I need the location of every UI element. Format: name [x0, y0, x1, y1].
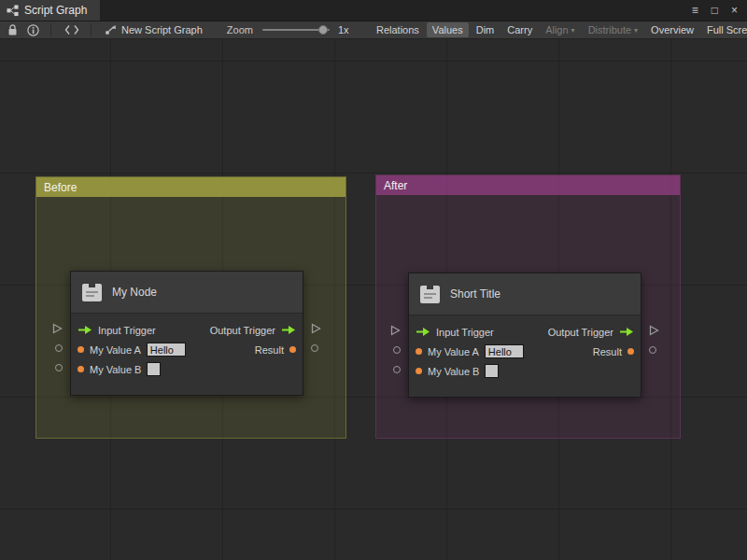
- script-graph-tab-icon: [7, 5, 19, 17]
- group-before-label: Before: [44, 181, 77, 194]
- value-b-label: My Value B: [90, 364, 141, 375]
- chevron-down-icon: ▾: [634, 26, 638, 35]
- script-graph-window: Script Graph ≡ □ × New Script Graph: [0, 0, 747, 560]
- output-trigger-label: Output Trigger: [210, 325, 275, 336]
- result-port-icon[interactable]: [289, 346, 296, 353]
- value-a-label: My Value A: [428, 346, 479, 357]
- window-menu-icon[interactable]: ≡: [692, 4, 698, 17]
- close-icon[interactable]: ×: [731, 4, 738, 17]
- output-trigger-icon[interactable]: [619, 327, 634, 337]
- result-label: Result: [255, 344, 284, 356]
- value-a-row: My Value A Result: [409, 342, 641, 361]
- lock-icon[interactable]: [7, 24, 18, 36]
- zoom-slider-knob[interactable]: [318, 25, 328, 35]
- zoom-label: Zoom: [227, 24, 253, 35]
- unit-icon: [419, 285, 441, 304]
- node-box: My Node Input Trigger Output Trigger My …: [70, 271, 303, 396]
- input-trigger-icon[interactable]: [416, 327, 430, 337]
- output-trigger-icon[interactable]: [281, 325, 296, 335]
- relations-button[interactable]: Relations: [371, 22, 425, 37]
- value-b-input[interactable]: [147, 362, 161, 376]
- result-port-icon[interactable]: [627, 348, 634, 355]
- graph-name-label[interactable]: New Script Graph: [121, 24, 203, 35]
- input-trigger-label: Input Trigger: [436, 327, 494, 338]
- value-b-port-icon[interactable]: [78, 366, 84, 372]
- titlebar: Script Graph ≡ □ ×: [0, 0, 747, 21]
- value-b-input[interactable]: [485, 364, 499, 378]
- node-my-node[interactable]: My Node Input Trigger Output Trigger My …: [70, 271, 303, 396]
- result-label: Result: [593, 346, 622, 357]
- value-b-port-icon[interactable]: [416, 368, 422, 374]
- node-header[interactable]: Short Title: [409, 273, 641, 315]
- node-body: Input Trigger Output Trigger My Value A …: [71, 314, 303, 395]
- value-a-port[interactable]: [393, 346, 401, 354]
- unit-icon: [81, 283, 103, 302]
- maximize-icon[interactable]: □: [712, 4, 718, 17]
- tab-title: Script Graph: [24, 4, 87, 17]
- window-controls: ≡ □ ×: [692, 0, 747, 21]
- value-b-port[interactable]: [55, 364, 63, 371]
- value-a-label: My Value A: [90, 344, 141, 356]
- code-graph-icon[interactable]: [64, 24, 79, 35]
- toolbar-separator: [91, 23, 92, 36]
- tab-script-graph[interactable]: Script Graph: [0, 0, 100, 21]
- graph-canvas[interactable]: Before After My Node Inp: [0, 39, 747, 560]
- distribute-button: Distribute▾: [583, 22, 643, 37]
- node-body: Input Trigger Output Trigger My Value A …: [409, 315, 641, 397]
- toolbar-left: New Script Graph Zoom 1x: [0, 21, 349, 38]
- value-b-row: My Value B: [409, 361, 641, 381]
- align-button: Align▾: [540, 22, 580, 37]
- result-port[interactable]: [649, 346, 656, 354]
- value-a-row: My Value A Result: [71, 340, 303, 359]
- value-a-port[interactable]: [55, 344, 63, 352]
- info-icon[interactable]: [27, 24, 39, 36]
- node-title: Short Title: [450, 287, 500, 301]
- node-box: Short Title Input Trigger Output Trigger…: [408, 273, 641, 398]
- input-trigger-icon[interactable]: [78, 325, 92, 335]
- result-port[interactable]: [311, 344, 318, 352]
- output-trigger-port[interactable]: [311, 323, 321, 334]
- group-before-header[interactable]: Before: [36, 177, 345, 197]
- input-trigger-port[interactable]: [390, 325, 401, 336]
- input-trigger-label: Input Trigger: [98, 325, 156, 336]
- input-trigger-port[interactable]: [52, 323, 63, 334]
- zoom-slider[interactable]: [262, 29, 330, 31]
- value-a-port-icon[interactable]: [416, 348, 422, 355]
- toolbar-buttons: Relations Values Dim Carry Align▾ Distri…: [371, 21, 747, 38]
- trigger-row: Input Trigger Output Trigger: [409, 322, 641, 342]
- value-b-row: My Value B: [71, 359, 303, 379]
- dim-button[interactable]: Dim: [471, 22, 500, 37]
- value-b-label: My Value B: [428, 366, 479, 377]
- node-header[interactable]: My Node: [71, 272, 303, 314]
- node-short-title[interactable]: Short Title Input Trigger Output Trigger…: [408, 273, 641, 398]
- group-after-header[interactable]: After: [376, 175, 680, 195]
- overview-button[interactable]: Overview: [645, 22, 699, 37]
- output-trigger-label: Output Trigger: [548, 327, 613, 338]
- chevron-down-icon: ▾: [571, 26, 575, 35]
- trigger-row: Input Trigger Output Trigger: [71, 320, 303, 340]
- carry-button[interactable]: Carry: [501, 22, 538, 37]
- zoom-value: 1x: [338, 24, 349, 35]
- graph-asset-icon: [105, 24, 117, 35]
- toolbar-separator: [50, 23, 51, 36]
- group-after-label: After: [384, 179, 407, 192]
- value-b-port[interactable]: [393, 366, 401, 373]
- value-a-input[interactable]: [485, 344, 524, 358]
- output-trigger-port[interactable]: [649, 325, 659, 336]
- graph-toolbar: New Script Graph Zoom 1x Relations Value…: [0, 21, 747, 39]
- value-a-input[interactable]: [147, 343, 186, 357]
- fullscreen-button[interactable]: Full Screen: [701, 22, 747, 37]
- node-title: My Node: [112, 286, 157, 299]
- values-button[interactable]: Values: [427, 22, 469, 37]
- value-a-port-icon[interactable]: [78, 346, 84, 353]
